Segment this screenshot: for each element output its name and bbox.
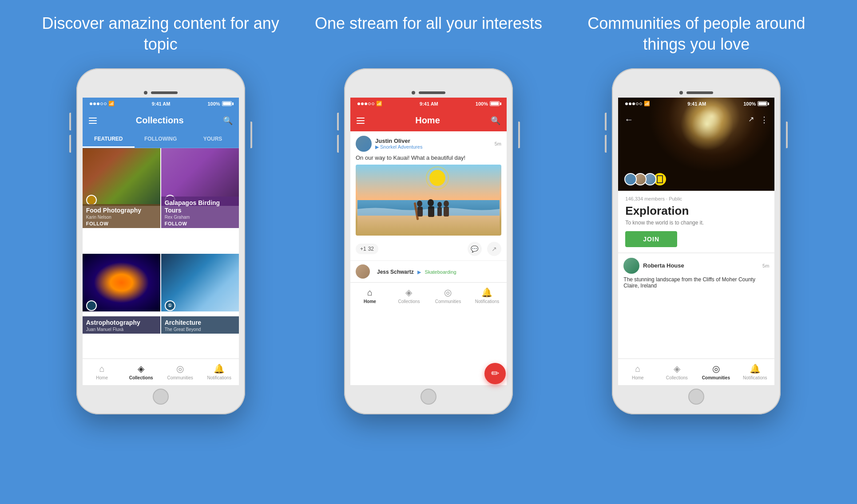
nav-communities-label-3: Communities: [702, 375, 730, 380]
card-follow-food[interactable]: FOLLOW: [86, 221, 157, 226]
nav-notifications-1[interactable]: 🔔 Notifications: [200, 361, 239, 383]
nav-collections-label-3: Collections: [666, 375, 688, 380]
search-button-1[interactable]: 🔍: [223, 116, 233, 126]
wifi-icon-1: 📶: [108, 101, 115, 106]
nav-home-2[interactable]: ⌂ Home: [350, 285, 389, 307]
phone3-bezel-top: [618, 75, 774, 98]
battery-icon-3: [758, 101, 767, 106]
sd3b: [629, 102, 631, 105]
phone-3: 📶 9:41 AM 100% ← ↗ ⋮: [612, 68, 781, 414]
nav-communities-icon-3: ◎: [712, 363, 720, 374]
post2-username: Jess Schwartz: [377, 269, 414, 275]
nav-collections-1[interactable]: ◈ Collections: [122, 361, 161, 383]
home-button-2[interactable]: [421, 389, 436, 405]
phone2-bezel-top: [350, 75, 507, 98]
nav-home-1[interactable]: ⌂ Home: [83, 361, 122, 383]
phone-2: 📶 9:41 AM 100% Home 🔍: [344, 68, 513, 414]
card-follow-birds[interactable]: FOLLOW: [165, 221, 235, 226]
nav-communities-1[interactable]: ◎ Communities: [161, 361, 200, 383]
phone2-camera: [412, 91, 415, 94]
comment-button[interactable]: 💬: [468, 242, 482, 256]
community-post-avatar: [623, 258, 639, 274]
community-post-header: Roberta House 5m: [623, 258, 769, 274]
person3-body: [437, 207, 442, 216]
status-left-3: 📶: [625, 101, 650, 106]
card-author-food: Karin Nelson: [86, 215, 157, 220]
nat-geo-rect: [657, 175, 663, 183]
signal-dots-1: [90, 102, 107, 105]
person4-head: [444, 201, 449, 207]
post1-time: 5m: [495, 141, 501, 146]
sand-rect: [357, 216, 500, 236]
community-hero: 📶 9:41 AM 100% ← ↗ ⋮: [618, 98, 774, 191]
search-button-2[interactable]: 🔍: [491, 116, 500, 126]
dot3: [97, 102, 99, 105]
nav-notifications-2[interactable]: 🔔 Notifications: [468, 284, 507, 307]
nav-collections-2[interactable]: ◈ Collections: [389, 284, 428, 307]
collection-card-arch[interactable]: ① Architecture The Great Beyond: [161, 254, 239, 334]
home-button-3[interactable]: [688, 389, 704, 405]
share-button[interactable]: ↗: [487, 242, 501, 256]
phone2-bezel-bottom: [350, 385, 507, 408]
phone3-bezel-bottom: [618, 385, 774, 408]
hl3: [357, 123, 365, 124]
tagline-3: Communities of people around things you …: [572, 13, 821, 55]
status-bar-2: 📶 9:41 AM 100%: [350, 98, 507, 110]
back-button-3[interactable]: ←: [624, 114, 633, 125]
community-members: 146,334 members · Public: [625, 196, 767, 201]
nav-notifications-icon-1: 🔔: [214, 363, 225, 374]
bottom-nav-1: ⌂ Home ◈ Collections ◎ Communities 🔔 Not…: [83, 358, 239, 385]
card-title-birds: Galapagos Birding Tours: [165, 199, 235, 214]
join-button[interactable]: JOIN: [625, 231, 677, 247]
beach-svg: [356, 165, 501, 236]
phone1-bezel-bottom: [83, 385, 239, 408]
battery-icon-2: [490, 101, 500, 106]
nav-home-icon-1: ⌂: [99, 364, 105, 374]
collections-tabs: FEATURED FOLLOWING YOURS: [83, 131, 239, 148]
home-button-1[interactable]: [153, 389, 169, 405]
post1-collection[interactable]: ▶ Snorkel Adventures: [375, 144, 495, 150]
tagline-2: One stream for all your interests: [304, 13, 553, 55]
tab-featured[interactable]: FEATURED: [83, 131, 135, 148]
person3-head: [437, 202, 442, 207]
app-bar-1: Collections 🔍: [83, 110, 239, 131]
arrow-icon-2: ▶: [417, 269, 421, 275]
share-icon-3[interactable]: ↗: [748, 115, 754, 125]
nav-home-3[interactable]: ⌂ Home: [618, 361, 657, 383]
nav-communities-2[interactable]: ◎ Communities: [428, 284, 468, 307]
collection-card-birds[interactable]: Galapagos Birding Tours Rex Graham FOLLO…: [161, 148, 239, 228]
dot4: [100, 102, 103, 105]
collection-card-astro[interactable]: Astrophotography Juan Manuel Fluxà: [83, 254, 160, 334]
collection-card-food[interactable]: Food Photography Karin Nelson FOLLOW: [83, 148, 160, 228]
phone1-camera: [144, 91, 147, 94]
screen-title-1: Collections: [136, 115, 184, 126]
like-button[interactable]: +1 32: [356, 244, 378, 254]
time-3: 9:41 AM: [687, 101, 706, 106]
person4-body: [444, 207, 449, 217]
hl1: [357, 118, 365, 118]
tab-yours[interactable]: YOURS: [186, 131, 238, 148]
fab-compose[interactable]: ✏: [484, 363, 506, 384]
card-title-food: Food Photography: [86, 207, 157, 214]
more-icon-3[interactable]: ⋮: [760, 115, 768, 125]
card-title-astro: Astrophotography: [86, 319, 157, 327]
menu-icon-2[interactable]: [357, 118, 365, 124]
battery-fill-3: [758, 102, 766, 105]
nav-home-icon-3: ⌂: [635, 364, 640, 374]
sun-circle: [429, 170, 445, 186]
nav-home-icon-2: ⌂: [367, 287, 373, 298]
chevron-icon: ▶: [375, 144, 379, 150]
menu-icon-1[interactable]: [89, 118, 97, 124]
nav-notifications-icon-2: 🔔: [481, 287, 492, 298]
tab-following[interactable]: FOLLOWING: [135, 131, 186, 148]
nav-notifications-label-3: Notifications: [743, 375, 767, 380]
card-info-arch: Architecture The Great Beyond: [161, 316, 239, 334]
status-right-2: 100%: [476, 101, 500, 106]
battery-text-3: 100%: [743, 101, 756, 106]
nav-notifications-3[interactable]: 🔔 Notifications: [735, 361, 774, 383]
card-title-arch: Architecture: [165, 319, 235, 327]
nav-communities-3[interactable]: ◎ Communities: [696, 361, 735, 383]
nav-collections-3[interactable]: ◈ Collections: [657, 361, 696, 383]
post2-avatar: [356, 264, 370, 279]
phone1-screen: 📶 9:41 AM 100% Collections 🔍: [83, 98, 239, 385]
